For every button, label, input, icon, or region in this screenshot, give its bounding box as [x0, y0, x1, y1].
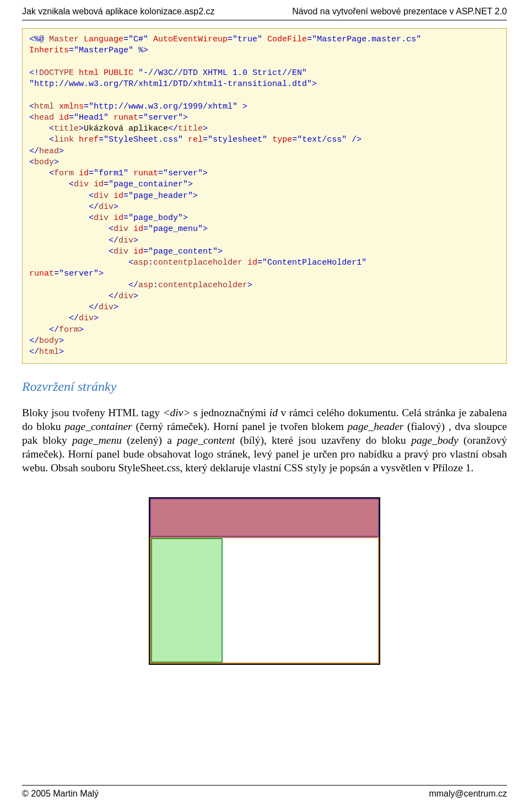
page-menu-box	[151, 538, 223, 663]
footer-right: mmaly@centrum.cz	[429, 789, 507, 799]
header-left: Jak vznikala webová aplikace kolonizace.…	[22, 7, 215, 17]
footer-left: © 2005 Martin Malý	[22, 789, 99, 799]
page-body-box	[150, 537, 379, 664]
section-title: Rozvržení stránky	[22, 379, 507, 394]
footer-divider	[22, 785, 507, 786]
page-header-row: Jak vznikala webová aplikace kolonizace.…	[22, 4, 507, 19]
body-paragraph: Bloky jsou tvořeny HTML tagy <div> s jed…	[22, 406, 507, 475]
header-right: Návod na vytvoření webové prezentace v A…	[292, 7, 507, 17]
page-container-box	[149, 497, 380, 665]
page-header-box	[150, 498, 379, 537]
page-content-box	[223, 538, 378, 663]
header-divider	[22, 20, 507, 20]
page-footer-row: © 2005 Martin Malý mmaly@centrum.cz	[22, 787, 507, 801]
layout-diagram	[22, 497, 507, 665]
code-block: <%@ Master Language="C#" AutoEventWireup…	[22, 28, 507, 364]
